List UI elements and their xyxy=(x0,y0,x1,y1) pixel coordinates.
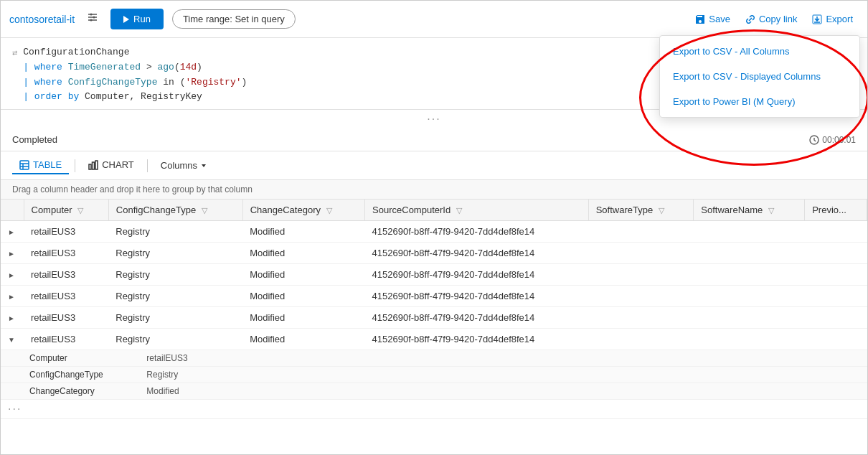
columns-button[interactable]: Columns xyxy=(154,157,214,174)
cell-sourcecomputerid: 4152690f-b8ff-47f9-9420-7dd4def8fe14 xyxy=(365,264,589,286)
filter-computer-icon[interactable]: ▽ xyxy=(77,206,83,215)
results-table-container[interactable]: Computer ▽ ConfigChangeType ▽ ChangeCate… xyxy=(1,200,867,419)
detail-label: Computer xyxy=(29,353,144,363)
cell-changecategory: Modified xyxy=(242,243,364,264)
svg-point-4 xyxy=(93,17,95,19)
cell-previous xyxy=(805,286,867,307)
tab-divider2 xyxy=(147,159,148,172)
save-label: Save xyxy=(709,14,730,24)
th-sourcecomputerid[interactable]: SourceComputerId ▽ xyxy=(365,200,589,221)
export-label: Export xyxy=(826,14,853,24)
th-computer[interactable]: Computer ▽ xyxy=(24,200,108,221)
export-powerbi-button[interactable]: Export to Power BI (M Query) xyxy=(660,89,859,114)
workspace-link[interactable]: contosoretail-it xyxy=(9,14,75,25)
cell-softwaretype xyxy=(588,286,694,307)
play-icon xyxy=(123,16,129,23)
cell-configchangetype: Registry xyxy=(108,221,242,243)
view-tabs: TABLE CHART Columns xyxy=(1,151,867,180)
cell-softwarename xyxy=(694,329,805,350)
tab-table[interactable]: TABLE xyxy=(12,156,69,174)
columns-label: Columns xyxy=(161,160,197,171)
expand-btn[interactable]: ► xyxy=(8,228,15,236)
run-label: Run xyxy=(133,14,151,24)
cell-softwarename xyxy=(694,286,805,307)
tab-divider xyxy=(75,159,75,172)
cell-computer: retailEUS3 xyxy=(24,221,108,243)
expanded-detail-row: ConfigChangeType Registry xyxy=(1,367,867,383)
cell-changecategory: Modified xyxy=(242,307,364,329)
cell-softwaretype xyxy=(588,243,694,264)
cell-previous xyxy=(805,329,867,350)
drag-hint: Drag a column header and drop it here to… xyxy=(1,180,867,200)
cell-previous xyxy=(805,307,867,329)
table-header-row: Computer ▽ ConfigChangeType ▽ ChangeCate… xyxy=(1,200,867,221)
chevron-down-icon xyxy=(200,162,207,169)
detail-value: Registry xyxy=(146,370,178,380)
save-button[interactable]: Save xyxy=(689,9,736,29)
tab-table-label: TABLE xyxy=(33,159,62,170)
settings-button[interactable] xyxy=(83,8,102,30)
cell-sourcecomputerid: 4152690f-b8ff-47f9-9420-7dd4def8fe14 xyxy=(365,243,589,264)
th-softwaretype[interactable]: SoftwareType ▽ xyxy=(588,200,694,221)
filter-softwaretype-icon[interactable]: ▽ xyxy=(659,206,664,215)
cell-sourcecomputerid: 4152690f-b8ff-47f9-9420-7dd4def8fe14 xyxy=(365,307,589,329)
cell-softwaretype xyxy=(588,264,694,286)
cell-computer: retailEUS3 xyxy=(24,243,108,264)
cell-previous xyxy=(805,264,867,286)
expanded-detail-row: ChangeCategory Modified xyxy=(1,383,867,400)
table-row: ► retailEUS3 Registry Modified 4152690f-… xyxy=(1,264,867,286)
expand-btn[interactable]: ► xyxy=(8,250,15,258)
detail-label: ConfigChangeType xyxy=(29,370,144,380)
th-expand xyxy=(1,200,24,221)
svg-rect-13 xyxy=(93,162,95,169)
toolbar-right: Save Copy link Export xyxy=(689,9,859,29)
th-softwarename[interactable]: SoftwareName ▽ xyxy=(694,200,805,221)
cell-softwarename xyxy=(694,221,805,243)
export-csv-displayed-button[interactable]: Export to CSV - Displayed Columns xyxy=(660,64,859,89)
cell-sourcecomputerid: 4152690f-b8ff-47f9-9420-7dd4def8fe14 xyxy=(365,286,589,307)
expand-btn[interactable]: ▼ xyxy=(8,336,15,344)
expand-btn[interactable]: ► xyxy=(8,314,15,322)
th-changecategory[interactable]: ChangeCategory ▽ xyxy=(242,200,364,221)
export-csv-all-button[interactable]: Export to CSV - All Columns xyxy=(660,39,859,64)
filter-softwarename-icon[interactable]: ▽ xyxy=(768,206,774,215)
detail-value: retailEUS3 xyxy=(146,353,187,363)
cell-configchangetype: Registry xyxy=(108,243,242,264)
cell-sourcecomputerid: 4152690f-b8ff-47f9-9420-7dd4def8fe14 xyxy=(365,221,589,243)
table-row: ► retailEUS3 Registry Modified 4152690f-… xyxy=(1,307,867,329)
time-range-label: Time range: Set in query xyxy=(183,14,285,24)
status-completed: Completed xyxy=(12,134,57,145)
expand-btn[interactable]: ► xyxy=(8,293,15,301)
filter-changecategory-icon[interactable]: ▽ xyxy=(326,206,332,215)
drag-hint-text: Drag a column header and drop it here to… xyxy=(12,184,253,194)
table-row: ► retailEUS3 Registry Modified 4152690f-… xyxy=(1,243,867,264)
line-numbers: ⇄ xyxy=(12,45,17,105)
svg-rect-14 xyxy=(95,161,98,169)
cell-configchangetype: Registry xyxy=(108,264,242,286)
export-button[interactable]: Export xyxy=(806,9,859,29)
detail-label: ChangeCategory xyxy=(29,386,144,396)
table-row: ► retailEUS3 Registry Modified 4152690f-… xyxy=(1,286,867,307)
copy-link-button[interactable]: Copy link xyxy=(739,9,803,29)
tab-chart-label: CHART xyxy=(102,159,134,170)
filter-configchangetype-icon[interactable]: ▽ xyxy=(202,206,207,215)
cell-changecategory: Modified xyxy=(242,329,364,350)
cell-configchangetype: Registry xyxy=(108,307,242,329)
cell-softwaretype xyxy=(588,307,694,329)
th-previous[interactable]: Previo... xyxy=(805,200,867,221)
cell-changecategory: Modified xyxy=(242,264,364,286)
run-button[interactable]: Run xyxy=(110,9,164,29)
cell-softwaretype xyxy=(588,221,694,243)
th-configchangetype[interactable]: ConfigChangeType ▽ xyxy=(108,200,242,221)
filter-sourcecomputerid-icon[interactable]: ▽ xyxy=(456,206,462,215)
status-time: 00:00:01 xyxy=(809,135,856,145)
time-range-button[interactable]: Time range: Set in query xyxy=(172,9,296,29)
expand-btn[interactable]: ► xyxy=(8,271,15,279)
status-bar: Completed 00:00:01 xyxy=(1,128,867,151)
cell-softwarename xyxy=(694,264,805,286)
results-table: Computer ▽ ConfigChangeType ▽ ChangeCate… xyxy=(1,200,867,419)
tab-chart[interactable]: CHART xyxy=(81,156,141,174)
timer-value: 00:00:01 xyxy=(822,135,856,145)
cell-previous xyxy=(805,221,867,243)
chart-icon xyxy=(88,160,98,170)
